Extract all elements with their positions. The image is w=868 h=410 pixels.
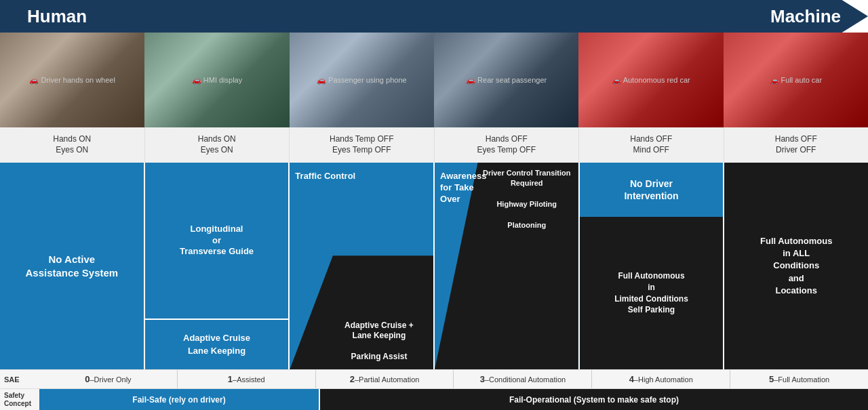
sae-text-3: Conditional Automation	[489, 375, 566, 384]
label-col3: Hands OFFEyes Temp OFF	[435, 127, 580, 163]
sae-cell-2: 2–Partial Automation	[316, 370, 454, 388]
safety-label: SafetyConcept	[0, 392, 39, 408]
sae-num-1: 1	[228, 374, 233, 384]
content-col1: LongitudinalorTransverse Guide Adaptive …	[145, 163, 290, 369]
sae-cell-5: 5–Full Automation	[730, 370, 868, 388]
safety-cell-right: Fail-Operational (System to make safe st…	[320, 389, 868, 410]
safety-cell-left: Fail-Safe (rely on driver)	[39, 389, 319, 410]
sae-cells: 0–Driver Only 1–Assisted 2–Partial Autom…	[39, 370, 868, 388]
image-col0: 🚗 Driver hands on wheel	[0, 33, 144, 127]
label-col1-text: Hands ONEyes ON	[198, 134, 236, 155]
sae-cell-3: 3–Conditional Automation	[454, 370, 592, 388]
label-col2-text: Hands Temp OFFEyes Temp OFF	[330, 134, 393, 155]
img-placeholder-3: 🚗 Rear seat passenger	[434, 33, 578, 127]
label-col2: Hands Temp OFFEyes Temp OFF	[290, 127, 435, 163]
sae-cell-1: 1–Assisted	[178, 370, 316, 388]
col5-black-block: Full Autonomousin ALLConditionsandLocati…	[724, 163, 868, 369]
img-placeholder-4: 🚗 Autonomous red car	[578, 33, 723, 127]
label-col0-text: Hands ONEyes ON	[53, 134, 91, 155]
labels-row: Hands ONEyes ON Hands ONEyes ON Hands Te…	[0, 127, 868, 163]
col4-top-block: No DriverIntervention	[580, 163, 724, 217]
sae-row: SAE 0–Driver Only 1–Assisted 2–Partial A…	[0, 369, 868, 388]
sae-num-4: 4	[629, 374, 634, 384]
content-col3: Awareness for Take Over Driver Control T…	[435, 163, 580, 369]
sae-num-2: 2	[350, 374, 355, 384]
sae-num-5: 5	[769, 374, 774, 384]
sae-text-5: Full Automation	[778, 375, 829, 384]
image-col2: 🚗 Passenger using phone	[290, 33, 434, 127]
col3-black-text: Driver Control Transition RequiredHighwa…	[478, 168, 576, 230]
label-col4: Hands OFFMind OFF	[579, 127, 724, 163]
label-col0: Hands ONEyes ON	[0, 127, 145, 163]
col0-blue-block: No ActiveAssistance System	[0, 163, 144, 369]
content-col4: No DriverIntervention Full AutonomousinL…	[580, 163, 725, 369]
col1-top-text: LongitudinalorTransverse Guide	[180, 224, 254, 258]
sae-text-0: Driver Only	[94, 375, 132, 384]
img-placeholder-2: 🚗 Passenger using phone	[290, 33, 434, 127]
label-col3-text: Hands OFFEyes Temp OFF	[477, 134, 536, 155]
img-placeholder-1: 🚗 HMI display	[144, 33, 289, 127]
img-placeholder-5: 🚗 Full auto car	[724, 33, 868, 127]
col4-bottom-text: Full AutonomousinLimited ConditionsSelf …	[614, 270, 688, 316]
label-col5-text: Hands OFFDriver OFF	[775, 134, 817, 155]
sae-cell-4: 4–High Automation	[592, 370, 730, 388]
content-col0: No ActiveAssistance System	[0, 163, 145, 369]
col2-black-text: Adaptive Cruise +Lane KeepingParking Ass…	[329, 321, 429, 363]
content-col5: Full Autonomousin ALLConditionsandLocati…	[724, 163, 868, 369]
safety-right-text: Fail-Operational (System to make safe st…	[509, 395, 679, 405]
sae-num-0: 0	[85, 374, 90, 384]
machine-label: Machine	[770, 6, 841, 27]
main-container: Human Machine 🚗 Driver hands on wheel 🚗 …	[0, 0, 868, 410]
col0-blue-text: No ActiveAssistance System	[25, 253, 118, 279]
col1-bottom-text: Adaptive CruiseLane Keeping	[183, 332, 250, 356]
col3-blue-text: Awareness for Take Over	[440, 171, 484, 205]
col1-top-block: LongitudinalorTransverse Guide	[145, 163, 289, 319]
sae-cell-0: 0–Driver Only	[39, 370, 178, 388]
image-col1: 🚗 HMI display	[144, 33, 289, 127]
image-col5: 🚗 Full auto car	[724, 33, 868, 127]
col1-bottom-block: Adaptive CruiseLane Keeping	[145, 319, 289, 369]
label-col1: Hands ONEyes ON	[145, 127, 290, 163]
col5-black-text: Full Autonomousin ALLConditionsandLocati…	[760, 235, 832, 297]
col4-top-text: No DriverIntervention	[624, 178, 678, 202]
safety-left-text: Fail-Safe (rely on driver)	[132, 395, 225, 405]
header-arrow: Human Machine	[0, 0, 868, 33]
sae-text-2: Partial Automation	[359, 375, 419, 384]
image-col3: 🚗 Rear seat passenger	[434, 33, 578, 127]
sae-text-1: Assisted	[237, 375, 265, 384]
label-col4-text: Hands OFFMind OFF	[630, 134, 672, 155]
col2-blue-text: Traffic Control	[295, 171, 355, 182]
col2-inner: Traffic Control Adaptive Cruise +Lane Ke…	[290, 163, 433, 369]
images-row: 🚗 Driver hands on wheel 🚗 HMI display 🚗 …	[0, 33, 868, 127]
content-col2: Traffic Control Adaptive Cruise +Lane Ke…	[290, 163, 435, 369]
img-placeholder-0: 🚗 Driver hands on wheel	[0, 33, 144, 127]
image-col4: 🚗 Autonomous red car	[578, 33, 723, 127]
col4-bottom-block: Full AutonomousinLimited ConditionsSelf …	[580, 217, 724, 369]
safety-cells: Fail-Safe (rely on driver) Fail-Operatio…	[39, 389, 868, 410]
col3-inner: Awareness for Take Over Driver Control T…	[435, 163, 578, 369]
content-grid: No ActiveAssistance System Longitudinalo…	[0, 163, 868, 369]
safety-row: SafetyConcept Fail-Safe (rely on driver)…	[0, 388, 868, 410]
label-col5: Hands OFFDriver OFF	[724, 127, 869, 163]
sae-text-4: High Automation	[638, 375, 693, 384]
human-label: Human	[27, 6, 87, 27]
sae-num-3: 3	[480, 374, 485, 384]
sae-label: SAE	[0, 375, 39, 384]
